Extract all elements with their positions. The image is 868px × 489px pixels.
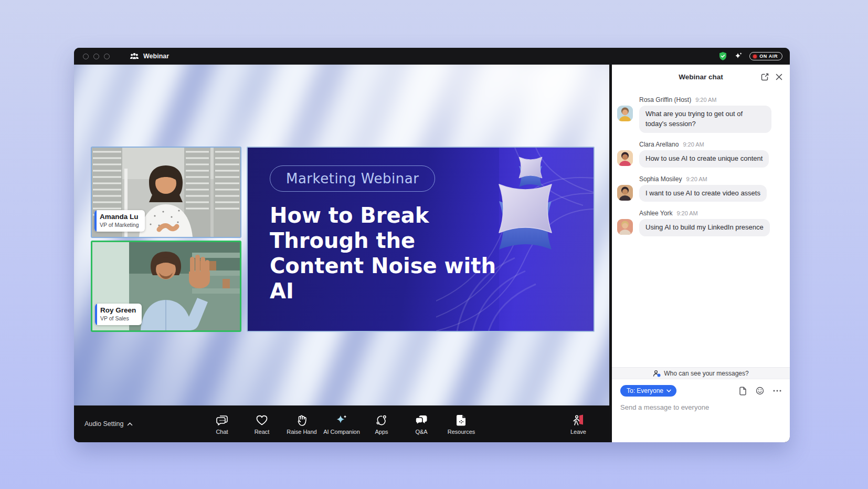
message-sender: Ashlee York — [639, 210, 672, 217]
chat-button[interactable]: Chat — [204, 408, 240, 440]
react-button[interactable]: React — [244, 408, 280, 440]
audio-setting-button[interactable]: Audio Setting — [84, 420, 133, 428]
chat-message: Clara Arellano 9:20 AM How to — [617, 141, 781, 168]
speaker-role: VP of Sales — [100, 315, 136, 322]
qa-button[interactable]: Q&A — [403, 408, 440, 440]
on-air-badge: ON AIR — [749, 52, 782, 60]
window-controls — [83, 54, 110, 59]
chat-message-list: Rosa Griffin (Host) 9:20 AM Wh — [612, 89, 790, 367]
close-icon[interactable] — [776, 74, 782, 80]
chat-header: Webinar chat — [612, 65, 790, 89]
attach-file-icon[interactable] — [739, 387, 747, 396]
leave-door-icon — [571, 413, 585, 427]
resources-button[interactable]: Resources — [443, 408, 480, 440]
zoom-window-button[interactable] — [104, 54, 110, 59]
raise-hand-button[interactable]: Raise Hand — [283, 408, 320, 440]
apps-button[interactable]: Apps — [363, 408, 400, 440]
video-tile-amanda[interactable]: Amanda Lu VP of Marketing — [91, 147, 241, 238]
speaker-role: VP of Marketing — [100, 222, 139, 229]
video-tile-roy[interactable]: Roy Green VP of Sales — [91, 241, 241, 332]
resources-document-icon — [456, 413, 467, 427]
heart-icon — [256, 413, 268, 427]
webinar-stage: Amanda Lu VP of Marketing — [74, 65, 609, 442]
window-title: Webinar — [143, 53, 169, 60]
audio-setting-label: Audio Setting — [84, 420, 123, 428]
message-bubble: I want to use AI to create video assets — [639, 185, 767, 202]
message-time: 9:20 AM — [686, 176, 707, 182]
emoji-icon[interactable] — [756, 387, 764, 395]
close-window-button[interactable] — [83, 54, 89, 59]
ai-companion-button[interactable]: AI Companion — [323, 408, 360, 440]
message-sender: Clara Arellano — [639, 141, 679, 148]
shared-slide: Marketing Webinar How to Break Through t… — [247, 147, 595, 332]
privacy-person-icon — [653, 370, 661, 377]
avatar — [617, 150, 633, 166]
chat-composer: To: Everyone — [612, 379, 790, 442]
title-bar: Webinar ON AIR — [74, 48, 790, 65]
minimize-window-button[interactable] — [93, 54, 99, 59]
apps-icon — [375, 413, 388, 427]
message-time: 9:20 AM — [695, 97, 716, 103]
webinar-chat-panel: Webinar chat Rosa Griffin (Host) — [612, 65, 790, 442]
chevron-down-icon — [666, 389, 671, 392]
webinar-window: Webinar ON AIR — [74, 48, 790, 442]
message-bubble: How to use AI to create unique content — [639, 150, 769, 168]
qa-bubbles-icon — [415, 413, 428, 427]
recipient-selector[interactable]: To: Everyone — [620, 385, 676, 397]
raised-hand-icon — [296, 413, 308, 427]
pop-out-icon[interactable] — [761, 73, 769, 81]
message-time: 9:20 AM — [683, 141, 704, 148]
privacy-notice-text: Who can see your messages? — [664, 370, 748, 377]
slide-title: How to Break Through the Content Noise w… — [270, 203, 496, 304]
chat-message: Rosa Griffin (Host) 9:20 AM Wh — [617, 96, 781, 133]
chat-panel-title: Webinar chat — [679, 73, 723, 81]
message-sender: Rosa Griffin (Host) — [639, 96, 691, 103]
speaker-nametag: Roy Green VP of Sales — [95, 304, 142, 325]
chat-message: Sophia Mosiley 9:20 AM I want — [617, 175, 781, 202]
chat-message: Ashlee York 9:20 AM Using AI t — [617, 210, 781, 236]
meeting-toolbar: Audio Setting Ch — [74, 405, 609, 442]
on-air-dot-icon — [753, 55, 757, 58]
more-options-icon[interactable] — [773, 390, 781, 392]
participants-icon — [130, 53, 139, 60]
speaker-nametag: Amanda Lu VP of Marketing — [94, 210, 145, 232]
message-bubble: What are you trying to get out of today'… — [639, 106, 771, 133]
chat-bubbles-icon — [215, 413, 229, 427]
leave-button[interactable]: Leave — [560, 408, 597, 440]
avatar — [617, 219, 633, 235]
slide-badge: Marketing Webinar — [270, 165, 435, 192]
ai-sparkle-icon[interactable] — [734, 51, 743, 61]
privacy-notice-bar[interactable]: Who can see your messages? — [612, 367, 790, 379]
message-sender: Sophia Mosiley — [639, 175, 682, 183]
chevron-up-icon — [127, 422, 133, 426]
speaker-name: Amanda Lu — [100, 213, 139, 222]
message-time: 9:20 AM — [676, 210, 697, 216]
speaker-name: Roy Green — [100, 306, 136, 315]
message-bubble: Using AI to build my LinkedIn presence — [639, 219, 770, 236]
message-input[interactable] — [620, 403, 781, 411]
avatar — [617, 106, 633, 121]
avatar — [617, 185, 633, 201]
ai-companion-sparkle-icon — [335, 413, 348, 427]
security-shield-icon[interactable] — [718, 51, 727, 61]
